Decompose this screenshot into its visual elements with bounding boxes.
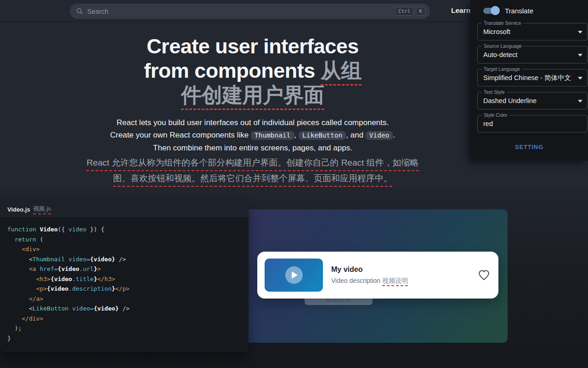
code-token: </p> — [115, 285, 130, 292]
chevron-down-icon — [578, 100, 582, 103]
search-input[interactable] — [87, 8, 393, 15]
code-token: } — [94, 276, 97, 282]
code-token: <a — [29, 265, 36, 272]
select-text-style[interactable]: Text Style Dashed Underline — [477, 92, 588, 109]
code-token — [7, 295, 29, 302]
page: Ctrl K Learn Create user interfaces from… — [0, 0, 588, 368]
intro-line1: React lets you build user interfaces out… — [0, 116, 505, 129]
code-token: {video — [47, 285, 68, 292]
code-token: <p> — [36, 285, 47, 292]
kbd-k: K — [416, 7, 425, 16]
code-tab-filename[interactable]: Video.js — [7, 206, 30, 213]
code-token: <h3> — [36, 276, 51, 282]
code-line: ); — [7, 323, 249, 334]
kbd-ctrl: Ctrl — [395, 7, 414, 16]
video-thumbnail[interactable] — [265, 259, 323, 292]
select-source-language[interactable]: Source Language Auto-detect — [477, 46, 588, 63]
field-value: Simplified Chinese - 简体中文 — [483, 69, 571, 86]
code-token: href= — [40, 265, 57, 272]
code-line: <LikeButton video={video} /> — [7, 304, 249, 314]
code-chip-thumbnail: Thumbnail — [251, 131, 294, 140]
translate-toggle-row: Translate — [483, 6, 533, 16]
code-token: .url — [79, 265, 94, 272]
play-button[interactable] — [285, 266, 303, 284]
code-line: function Video({ video }) { — [7, 224, 249, 235]
code-token: LikeButton — [33, 305, 68, 312]
code-token: <div> — [22, 246, 40, 253]
search-icon — [76, 8, 83, 15]
code-token: video= — [72, 305, 94, 312]
code-token — [7, 236, 15, 243]
code-token: .description — [68, 285, 112, 292]
code-line: <div> — [7, 244, 249, 254]
setting-link[interactable]: SETTING — [470, 144, 588, 150]
intro-separator2: , and — [346, 131, 366, 139]
code-token — [65, 256, 68, 263]
code-token: Video — [40, 226, 57, 233]
select-target-language[interactable]: Target Language Simplified Chinese - 简体中… — [477, 69, 588, 86]
intro-line2-period: . — [393, 131, 395, 139]
code-token: Thumbnail — [33, 256, 65, 263]
code-token: video — [68, 226, 86, 233]
intro-line3: Then combine them into entire screens, p… — [0, 142, 505, 154]
intro-paragraph: React lets you build user interfaces out… — [0, 116, 505, 154]
video-card-text: My video Video description 视频说明 — [331, 265, 408, 285]
code-token: return — [15, 236, 36, 243]
heart-icon — [478, 270, 490, 281]
nav-link-learn[interactable]: Learn — [451, 6, 470, 15]
hero-line1: Create user interfaces — [147, 34, 359, 58]
code-token: </div> — [22, 315, 43, 322]
code-token — [7, 265, 29, 272]
code-token — [7, 246, 22, 253]
like-button[interactable] — [478, 270, 490, 281]
code-token: {video} — [90, 256, 115, 263]
code-token: /> — [115, 256, 126, 263]
field-value: Dashed Underline — [483, 92, 537, 109]
hero-heading: Create user interfaces from components 从… — [0, 34, 505, 107]
intro-zh-line1: React 允许您从称为组件的各个部分构建用户界面。创建你自己的 React 组… — [86, 156, 418, 171]
code-token: < — [7, 256, 33, 263]
code-token — [7, 276, 36, 282]
video-card[interactable]: My video Video description 视频说明 — [257, 252, 498, 299]
field-value: red — [483, 115, 493, 132]
field-value: Auto-detect — [483, 46, 517, 63]
hero-line2-english: from components — [144, 59, 321, 82]
code-token: {video — [58, 265, 79, 272]
code-token: {video — [51, 276, 72, 282]
select-translate-service[interactable]: Translate Service Microsoft — [477, 23, 588, 40]
field-value: Microsoft — [483, 23, 510, 40]
video-description-chinese-translation: 视频说明 — [382, 277, 408, 286]
intro-line2: Create your own React components like Th… — [0, 129, 505, 142]
code-line: } — [7, 334, 249, 344]
video-description-english: Video description — [331, 277, 382, 284]
search-bar[interactable]: Ctrl K — [70, 4, 430, 19]
code-token: ( — [36, 236, 44, 243]
chevron-down-icon — [578, 77, 582, 80]
intro-separator1: , — [294, 131, 299, 139]
code-token: .title — [72, 276, 94, 282]
code-token — [7, 285, 36, 292]
code-line: </a> — [7, 294, 249, 304]
chevron-down-icon — [578, 31, 582, 34]
chevron-down-icon — [578, 54, 582, 57]
code-token: } — [94, 265, 97, 272]
video-description: Video description 视频说明 — [331, 277, 408, 285]
code-token: /> — [119, 305, 130, 312]
toggle-knob — [491, 6, 500, 15]
hero-line2-chinese-translation: 从组 — [321, 59, 362, 86]
input-style-color[interactable]: Style Color red — [477, 115, 588, 132]
code-token: } — [112, 285, 115, 292]
code-line: <p>{video.description}</p> — [7, 284, 249, 294]
video-title: My video — [331, 265, 408, 274]
code-editor-content[interactable]: function Video({ video }) { return ( <di… — [0, 218, 249, 343]
code-editor-panel: Video.js 视频.js function Video({ video })… — [0, 201, 249, 352]
code-token: function — [7, 226, 40, 233]
code-line: </div> — [7, 314, 249, 324]
code-token: {video} — [94, 305, 119, 312]
code-tab-filename-chinese-translation: 视频.js — [33, 205, 51, 214]
code-line: <h3>{video.title}</h3> — [7, 274, 249, 284]
translate-toggle-switch[interactable] — [483, 8, 498, 14]
code-line: <Thumbnail video={video} /> — [7, 254, 249, 264]
translate-toggle-label: Translate — [505, 7, 533, 15]
code-token: ); — [7, 325, 22, 332]
